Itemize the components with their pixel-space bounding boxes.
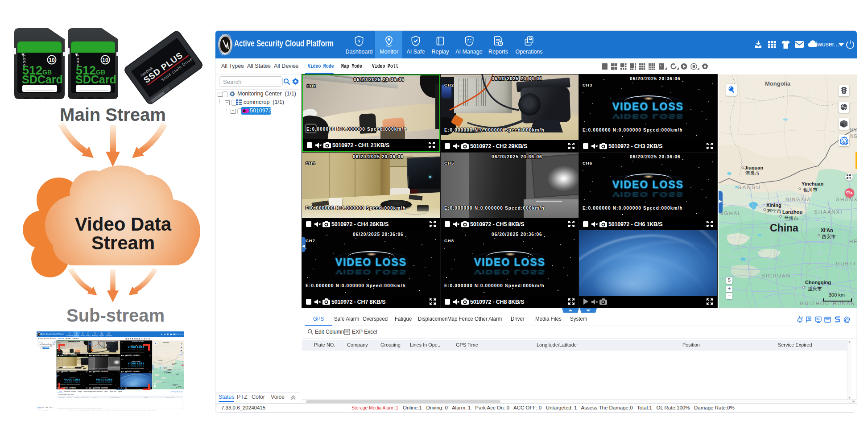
svg-text:Mongolia: Mongolia <box>765 80 791 87</box>
svg-text:GANSU: GANSU <box>737 185 761 190</box>
svg-text:HUNAN: HUNAN <box>179 388 184 389</box>
svg-text:N: N <box>843 140 846 144</box>
svg-text:Sub-stream: Sub-stream <box>66 306 165 325</box>
svg-text:NGO: NGO <box>183 353 184 354</box>
svg-text:SHAANXI: SHAANXI <box>174 369 181 370</box>
svg-text:Xi'An: Xi'An <box>821 227 833 233</box>
svg-text:SHANXI: SHANXI <box>179 366 184 368</box>
svg-text:SICHUAN: SICHUAN <box>761 273 791 278</box>
svg-text:Lanzhou: Lanzhou <box>782 209 802 215</box>
svg-text:GUIZHOU: GUIZHOU <box>171 388 178 389</box>
svg-text:NNE: NNE <box>182 351 184 352</box>
svg-text:Jiuquan: Jiuquan <box>744 165 763 170</box>
svg-text:Mongolia: Mongolia <box>163 342 169 343</box>
svg-text:银川市: 银川市 <box>803 187 818 192</box>
svg-text:NGO: NGO <box>850 134 857 139</box>
svg-text:HUBEI: HUBEI <box>179 380 184 381</box>
svg-text:Chongqing: Chongqing <box>805 280 831 285</box>
svg-text:Video Data: Video Data <box>75 214 172 235</box>
svg-text:HEN: HEN <box>182 375 184 376</box>
svg-text:Main Stream: Main Stream <box>60 105 166 124</box>
svg-text:GANSU: GANSU <box>157 364 162 365</box>
svg-text:兰州市: 兰州市 <box>784 215 798 221</box>
svg-text:SHAANXI: SHAANXI <box>814 209 843 215</box>
svg-text:NNE: NNE <box>850 128 857 132</box>
svg-text:西安市: 西安市 <box>822 234 836 239</box>
svg-text:NINGXIA: NINGXIA <box>168 366 174 367</box>
svg-text:NINGXIA: NINGXIA <box>785 197 811 202</box>
svg-text:R: R <box>808 317 810 320</box>
svg-text:SHANXI: SHANXI <box>836 197 857 202</box>
svg-text:Stream: Stream <box>91 232 155 253</box>
svg-text:重庆市: 重庆市 <box>808 286 822 291</box>
svg-text:Yinchuan: Yinchuan <box>802 181 823 186</box>
svg-text:China: China <box>770 222 798 234</box>
svg-text:China: China <box>164 371 171 374</box>
svg-text:西宁市: 西宁市 <box>767 208 781 214</box>
svg-text:HUBEI: HUBEI <box>836 261 856 266</box>
svg-text:HEN: HEN <box>849 239 857 244</box>
svg-text:酒泉市: 酒泉市 <box>745 170 760 176</box>
svg-text:Xining: Xining <box>766 203 781 208</box>
svg-text:SICHUAN: SICHUAN <box>162 382 169 384</box>
